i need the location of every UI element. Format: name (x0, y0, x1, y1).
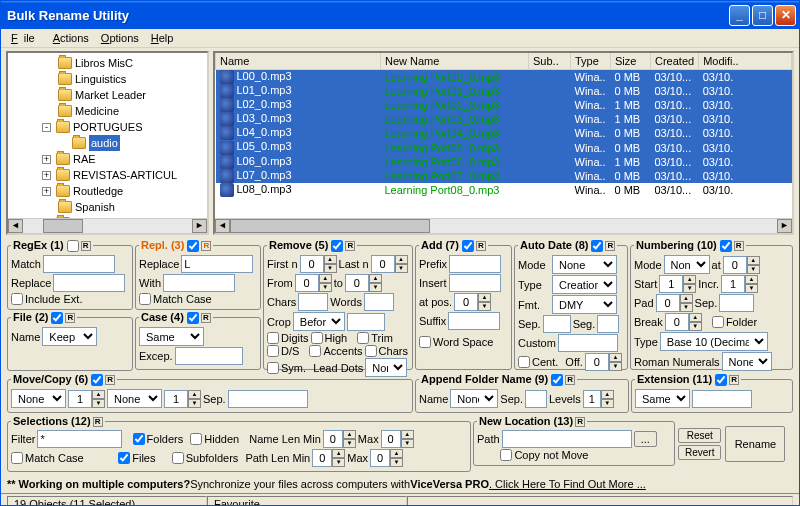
appendfolder-enable[interactable] (551, 374, 563, 386)
numbering-start[interactable] (659, 275, 683, 293)
promo-bar[interactable]: ** Working on multiple computers? Synchr… (1, 475, 799, 493)
autodate-off[interactable] (585, 353, 609, 371)
menu-file[interactable]: File (5, 31, 47, 45)
autodate-sep[interactable] (543, 315, 571, 333)
list-hscrollbar[interactable]: ◄► (215, 218, 792, 233)
extension-enable[interactable] (715, 374, 727, 386)
case-select[interactable]: Same (139, 327, 204, 346)
remove-chars[interactable] (298, 293, 328, 311)
expand-icon[interactable]: + (42, 171, 51, 180)
autodate-enable[interactable] (591, 240, 603, 252)
newloc-copy[interactable] (500, 449, 512, 461)
selections-subfolders[interactable] (172, 452, 184, 464)
menu-help[interactable]: Help (145, 31, 180, 45)
maximize-button[interactable]: □ (752, 5, 773, 26)
tree-item[interactable]: +REVISTAS-ARTICUL (14, 167, 207, 183)
movecopy-sel2[interactable]: None (107, 389, 162, 408)
numbering-break[interactable] (665, 313, 689, 331)
expand-icon[interactable]: - (42, 123, 51, 132)
tree-item[interactable]: audio (14, 135, 207, 151)
file-row[interactable]: L06_0.mp3Learning Port06_0.mp3Wina..1 MB… (216, 155, 792, 169)
minimize-button[interactable]: _ (729, 5, 750, 26)
add-suffix[interactable] (448, 312, 500, 330)
file-list[interactable]: Name New Name Sub.. Type Size Created Mo… (213, 51, 794, 235)
tree-item[interactable]: +RAE (14, 151, 207, 167)
tree-hscrollbar[interactable]: ◄► (8, 218, 207, 233)
remove-firstn[interactable] (300, 255, 324, 273)
numbering-enable[interactable] (720, 240, 732, 252)
col-name[interactable]: Name (216, 53, 381, 70)
repl-replace[interactable] (181, 255, 253, 273)
tree-item[interactable]: Market Leader (14, 87, 207, 103)
selections-pathlen-min[interactable] (312, 449, 332, 467)
file-row[interactable]: L00_0.mp3Learning Port00_0.mp3Wina..0 MB… (216, 70, 792, 85)
promo-link[interactable]: . Click Here To Find Out More ... (489, 478, 646, 490)
selections-namelen-max[interactable] (381, 430, 401, 448)
autodate-custom[interactable] (558, 334, 618, 352)
col-size[interactable]: Size (611, 53, 651, 70)
repl-reset[interactable]: R (201, 241, 211, 251)
rename-button[interactable]: Rename (725, 426, 785, 462)
numbering-type[interactable]: Base 10 (Decimal) (660, 332, 768, 351)
numbering-mode[interactable]: None (664, 255, 710, 274)
remove-digits[interactable] (267, 332, 279, 344)
col-type[interactable]: Type (571, 53, 611, 70)
selections-matchcase[interactable] (11, 452, 23, 464)
add-enable[interactable] (462, 240, 474, 252)
file-reset[interactable]: R (65, 313, 75, 323)
add-wordspace[interactable] (419, 336, 431, 348)
case-enable[interactable] (187, 312, 199, 324)
file-row[interactable]: L08_0.mp3Learning Port08_0.mp3Wina..0 MB… (216, 183, 792, 197)
tree-item[interactable]: Linguistics (14, 71, 207, 87)
movecopy-sep[interactable] (228, 390, 308, 408)
remove-words[interactable] (364, 293, 394, 311)
tree-item[interactable]: Libros MisC (14, 55, 207, 71)
movecopy-n2[interactable] (164, 390, 188, 408)
remove-sym[interactable] (267, 362, 279, 374)
numbering-folder[interactable] (712, 316, 724, 328)
expand-icon[interactable]: + (42, 187, 51, 196)
case-excep[interactable] (175, 347, 243, 365)
remove-ds[interactable] (267, 345, 279, 357)
file-row[interactable]: L03_0.mp3Learning Port03_0.mp3Wina..1 MB… (216, 112, 792, 126)
extension-select[interactable]: Same (635, 389, 690, 408)
repl-with[interactable] (163, 274, 235, 292)
case-reset[interactable]: R (201, 313, 211, 323)
selections-folders[interactable] (133, 433, 145, 445)
selections-pathlen-max[interactable] (370, 449, 390, 467)
movecopy-sel1[interactable]: None (11, 389, 66, 408)
autodate-seg[interactable] (597, 315, 619, 333)
regex-enable[interactable] (67, 240, 79, 252)
repl-enable[interactable] (187, 240, 199, 252)
file-row[interactable]: L01_0.mp3Learning Port01_0.mp3Wina..0 MB… (216, 84, 792, 98)
autodate-fmt[interactable]: DMY (552, 295, 617, 314)
selections-namelen-min[interactable] (323, 430, 343, 448)
add-prefix[interactable] (449, 255, 501, 273)
tree-item[interactable]: +Routledge (14, 183, 207, 199)
selections-filter[interactable] (37, 430, 122, 448)
add-atpos[interactable] (454, 293, 478, 311)
reset-button[interactable]: Reset (678, 428, 721, 443)
col-newname[interactable]: New Name (381, 53, 529, 70)
expand-icon[interactable]: + (42, 155, 51, 164)
regex-reset[interactable]: R (81, 241, 91, 251)
revert-button[interactable]: Revert (678, 445, 721, 460)
autodate-cent[interactable] (518, 356, 530, 368)
appendfolder-reset[interactable]: R (565, 375, 575, 385)
newloc-path[interactable] (502, 430, 632, 448)
numbering-pad[interactable] (656, 294, 680, 312)
col-created[interactable]: Created (651, 53, 699, 70)
extension-text[interactable] (692, 390, 752, 408)
close-button[interactable]: ✕ (775, 5, 796, 26)
appendfolder-name[interactable]: None (450, 389, 498, 408)
selections-reset[interactable]: R (93, 417, 103, 427)
file-row[interactable]: L05_0.mp3Learning Port05_0.mp3Wina..0 MB… (216, 140, 792, 154)
remove-to[interactable] (345, 274, 369, 292)
tree-item[interactable]: Spanish (14, 199, 207, 215)
autodate-reset[interactable]: R (605, 241, 615, 251)
menu-actions[interactable]: Actions (47, 31, 95, 45)
col-sub[interactable]: Sub.. (529, 53, 571, 70)
numbering-incr[interactable] (721, 275, 745, 293)
regex-incext[interactable] (11, 293, 23, 305)
remove-crop-text[interactable] (347, 313, 385, 331)
